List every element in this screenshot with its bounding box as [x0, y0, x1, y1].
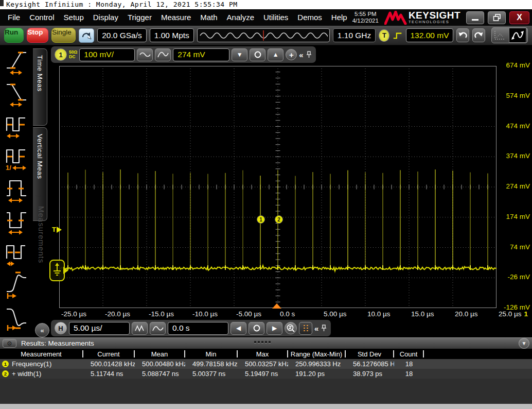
minimize-button[interactable] — [466, 11, 484, 24]
menu-demos[interactable]: Demos — [293, 9, 327, 26]
measurement-marker-2[interactable]: 2 — [275, 215, 283, 224]
meas-icon-plus-width[interactable] — [5, 174, 28, 203]
menu-file[interactable]: File — [3, 9, 25, 26]
column-header-range-max-min-[interactable]: Range (Max-Min) — [288, 350, 346, 357]
menu-measure[interactable]: Measure — [156, 9, 196, 26]
sidebar-collapse-button[interactable]: « — [35, 323, 49, 337]
result-row--width-1-[interactable]: 2+ width(1)5.11744 ns5.088747 ns5.00377 … — [0, 369, 532, 379]
timebase-zoom-out-button[interactable] — [150, 322, 166, 335]
menu-bar-right: 5:55 PM 4/12/2021 KEYSIGHT TECHNOLOGIES — [352, 11, 532, 25]
channel1-scale-field[interactable]: 100 mV/ — [79, 48, 135, 61]
clock[interactable]: 5:55 PM 4/12/2021 — [352, 11, 379, 24]
row-marker: 2 — [2, 370, 9, 377]
offset-down-button[interactable]: ▼ — [232, 48, 247, 61]
collapse-bar-icon[interactable]: « — [299, 50, 303, 59]
position-left-button[interactable]: ◀ — [230, 322, 246, 335]
column-header-mean[interactable]: Mean — [135, 350, 185, 357]
horizontal-badge[interactable]: H — [55, 322, 67, 334]
redo-icon — [474, 31, 484, 40]
meas-icon-duty-cycle[interactable] — [5, 238, 28, 267]
display-layout-button[interactable] — [491, 27, 528, 43]
menu-trigger[interactable]: Trigger — [123, 9, 156, 26]
channel1-ground-marker[interactable] — [49, 259, 69, 282]
tab-time-meas[interactable]: Time Meas — [33, 48, 47, 126]
trigger-badge[interactable]: T — [379, 29, 389, 42]
menu-help[interactable]: Help — [327, 9, 352, 26]
value-cell: 500.01428 kHz — [83, 360, 135, 368]
arrow-right-icon: ▶ — [272, 325, 277, 332]
meas-icon-minus-width[interactable] — [5, 206, 28, 235]
scale-decrease-wave-button[interactable] — [137, 48, 153, 61]
channel1-coupling[interactable]: 50Ω DC — [69, 50, 77, 59]
timebase-scale-field[interactable]: 5.00 µs/ — [69, 322, 130, 335]
redo-button[interactable] — [472, 28, 485, 42]
menu-setup[interactable]: Setup — [59, 9, 88, 26]
meas-icon-period[interactable] — [5, 110, 28, 139]
close-icon: X — [517, 13, 522, 22]
column-header-count[interactable]: Count — [394, 350, 424, 357]
touch-button[interactable] — [79, 28, 94, 43]
column-header-measurement[interactable]: Measurement — [0, 350, 83, 357]
menu-math[interactable]: Math — [196, 9, 222, 26]
waveform-preview[interactable] — [197, 28, 330, 42]
stop-button[interactable]: Stop — [27, 28, 48, 43]
column-header-current[interactable]: Current — [83, 350, 135, 357]
meas-icon-rise-time[interactable] — [5, 46, 28, 75]
menu-analyze[interactable]: Analyze — [222, 9, 259, 26]
zoom-mode-button[interactable] — [285, 322, 297, 334]
run-button[interactable]: Run — [4, 28, 24, 43]
close-button[interactable]: X — [509, 11, 529, 24]
column-header-min[interactable]: Min — [185, 350, 238, 357]
sample-rate-field[interactable]: 20.0 GSa/s — [97, 28, 147, 42]
arrow-down-icon: ▼ — [237, 51, 243, 58]
results-title: Results: Measurements — [21, 339, 94, 347]
bottom-strip — [0, 404, 532, 409]
result-row-frequency-1-[interactable]: 1Frequency(1)500.01428 kHz500.00480 kHz4… — [0, 359, 532, 369]
position-zero-button[interactable] — [249, 322, 264, 335]
measurement-marker-1[interactable]: 1 — [257, 215, 265, 224]
offset-zero-button[interactable] — [250, 48, 265, 61]
bandwidth-field[interactable]: 1.10 GHz — [333, 28, 376, 42]
trigger-level-marker[interactable]: T — [52, 226, 62, 233]
column-header-filler — [424, 349, 532, 359]
value-cell: 5.00377 ns — [185, 370, 238, 378]
column-header-max[interactable]: Max — [238, 350, 288, 357]
timebase-zoom-in-button[interactable] — [132, 322, 148, 335]
menu-display[interactable]: Display — [88, 9, 123, 26]
system-menu-icon[interactable] — [0, 0, 4, 6]
collapse-bar-icon[interactable]: « — [314, 324, 318, 333]
meas-icon-fall-time[interactable] — [5, 78, 28, 107]
pin-icon[interactable] — [321, 324, 327, 332]
pin-icon[interactable] — [306, 50, 312, 59]
drag-handle-icon[interactable] — [254, 341, 271, 344]
measurement-icons: 1/ — [1, 46, 32, 331]
trigger-level-field[interactable]: 132.00 mV — [406, 28, 454, 42]
trigger-time-marker[interactable] — [272, 303, 281, 309]
meas-icon-frequency[interactable]: 1/ — [5, 142, 28, 171]
column-header-std-dev[interactable]: Std Dev — [346, 350, 394, 357]
add-channel-button[interactable]: + — [286, 49, 297, 60]
position-right-button[interactable]: ▶ — [267, 322, 282, 335]
meas-icon-fall-slew[interactable] — [5, 302, 28, 331]
memory-depth-field[interactable]: 1.00 Mpts — [150, 28, 194, 42]
results-collapse-button[interactable]: ▼ — [519, 338, 529, 349]
chevron-down-icon: ▼ — [522, 340, 527, 346]
arrow-up-icon: ▲ — [273, 51, 279, 58]
results-settings-button[interactable]: ⚙ — [3, 339, 16, 348]
y-axis-label: 274 mV — [506, 182, 530, 190]
timebase-position-field[interactable]: 0.0 s — [168, 322, 228, 335]
undo-button[interactable] — [456, 28, 469, 42]
segmented-acquisition-button[interactable] — [299, 322, 312, 335]
menu-utilities[interactable]: Utilities — [259, 9, 293, 26]
menu-control[interactable]: Control — [25, 9, 59, 26]
offset-up-button[interactable]: ▲ — [268, 48, 283, 61]
scale-increase-wave-button[interactable] — [155, 48, 171, 61]
meas-icon-rise-slew[interactable] — [5, 270, 28, 299]
small-sine-icon — [139, 52, 151, 58]
channel1-offset-field[interactable]: 274 mV — [173, 48, 229, 61]
single-button[interactable]: Single — [51, 28, 76, 43]
waveform-grid[interactable] — [59, 66, 496, 308]
rising-edge-trigger-icon[interactable] — [393, 31, 402, 40]
channel1-badge[interactable]: 1 — [55, 48, 67, 61]
restore-button[interactable] — [488, 11, 506, 24]
